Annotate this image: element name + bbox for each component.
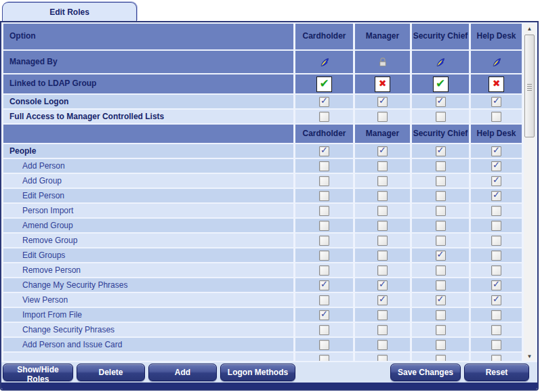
scroll-up-arrow[interactable]: ▲ — [524, 24, 535, 33]
ldap-status-box-security-chief[interactable]: ✔ — [433, 77, 449, 92]
quill-icon — [319, 57, 330, 68]
checkbox-change-security-phrases-manager[interactable] — [377, 325, 388, 335]
scroll-down-arrow[interactable]: ▼ — [524, 351, 535, 361]
checkbox-full-access-to-manager-controlled-lists-manager[interactable] — [377, 112, 388, 122]
checkbox-import-from-file-cardholder[interactable] — [319, 310, 329, 320]
checkbox-change-security-phrases-help-desk[interactable] — [491, 325, 501, 335]
checkbox-add-group-help-desk[interactable] — [491, 176, 501, 186]
check-cell — [471, 204, 522, 217]
checkbox-amend-group-cardholder[interactable] — [319, 221, 329, 231]
checkbox-add-person-and-issue-card-cardholder[interactable] — [319, 340, 329, 350]
delete-button[interactable]: Delete — [77, 364, 145, 381]
check-cell — [471, 95, 522, 108]
checkbox-change-my-security-phrases-cardholder[interactable] — [319, 280, 329, 290]
quill-icon — [435, 57, 446, 68]
checkbox-remove-person-manager[interactable] — [377, 265, 388, 276]
checkbox-change-my-security-phrases-manager[interactable] — [377, 280, 388, 290]
checkbox-add-person-help-desk[interactable] — [491, 161, 501, 171]
checkbox-person-import-security-chief[interactable] — [436, 206, 446, 216]
checkbox-remove-person-help-desk[interactable] — [491, 265, 501, 276]
checkbox-import-from-file-manager[interactable] — [377, 310, 388, 320]
checkbox-console-logon-manager[interactable] — [377, 97, 388, 107]
permission-row-add-group: Add Group — [3, 174, 525, 188]
checkbox-change-my-security-phrases-help-desk[interactable] — [491, 280, 501, 290]
checkbox-add-group-security-chief[interactable] — [436, 176, 446, 186]
permission-label-cell: View Person — [3, 293, 293, 307]
checkbox-amend-group-security-chief[interactable] — [436, 221, 446, 231]
checkbox-full-access-to-manager-controlled-lists-security-chief[interactable] — [436, 112, 446, 122]
checkbox-import-from-file-security-chief[interactable] — [436, 310, 446, 320]
checkbox-person-import-help-desk[interactable] — [491, 206, 501, 216]
checkbox-full-access-to-manager-controlled-lists-cardholder[interactable] — [319, 112, 329, 122]
checkbox-import-from-file-help-desk[interactable] — [491, 310, 501, 320]
checkbox-row-security-chief[interactable] — [436, 355, 446, 362]
check-cell — [355, 278, 410, 292]
show-hide-roles-button[interactable]: Show/Hide Roles — [3, 364, 73, 381]
managed-by-cell — [295, 51, 353, 73]
checkbox-console-logon-security-chief[interactable] — [436, 97, 446, 107]
checkbox-remove-group-manager[interactable] — [377, 236, 388, 246]
checkbox-add-person-and-issue-card-help-desk[interactable] — [491, 340, 501, 350]
checkbox-add-person-security-chief[interactable] — [436, 161, 446, 171]
ldap-status-box-cardholder[interactable]: ✔ — [316, 77, 332, 92]
checkbox-edit-groups-cardholder[interactable] — [319, 251, 329, 261]
checkbox-remove-person-security-chief[interactable] — [436, 265, 446, 276]
check-cell — [471, 323, 522, 336]
checkbox-change-my-security-phrases-security-chief[interactable] — [436, 280, 446, 290]
logon-methods-button[interactable]: Logon Methods — [220, 364, 295, 381]
check-cell — [471, 248, 522, 262]
checkbox-edit-person-cardholder[interactable] — [319, 191, 329, 201]
checkbox-people-manager[interactable] — [377, 146, 388, 156]
checkbox-edit-groups-security-chief[interactable] — [436, 251, 446, 261]
row-label: Amend Group — [9, 221, 73, 230]
checkbox-people-help-desk[interactable] — [491, 146, 501, 156]
checkbox-people-security-chief[interactable] — [436, 146, 446, 156]
tab-edit-roles[interactable]: Edit Roles — [2, 2, 137, 21]
checkbox-edit-groups-manager[interactable] — [377, 251, 388, 261]
checkbox-row-cardholder[interactable] — [319, 355, 329, 362]
checkbox-view-person-cardholder[interactable] — [319, 295, 329, 305]
checkbox-change-security-phrases-cardholder[interactable] — [319, 325, 329, 335]
checkbox-view-person-security-chief[interactable] — [436, 295, 446, 305]
checkbox-add-person-and-issue-card-security-chief[interactable] — [436, 340, 446, 350]
scrollbar-thumb[interactable] — [524, 35, 535, 137]
checkbox-row-manager[interactable] — [377, 355, 388, 362]
checkbox-console-logon-help-desk[interactable] — [491, 97, 501, 107]
ldap-status-box-help-desk[interactable]: ✖ — [489, 77, 504, 92]
checkbox-add-person-and-issue-card-manager[interactable] — [377, 340, 388, 350]
checkbox-remove-group-cardholder[interactable] — [319, 236, 329, 246]
checkbox-remove-group-help-desk[interactable] — [491, 236, 501, 246]
check-cell — [355, 174, 410, 188]
checkbox-view-person-manager[interactable] — [377, 295, 388, 305]
row-label: Remove Group — [9, 236, 77, 245]
checkbox-console-logon-cardholder[interactable] — [319, 97, 329, 107]
checkbox-view-person-help-desk[interactable] — [491, 295, 501, 305]
checkbox-edit-person-security-chief[interactable] — [436, 191, 446, 201]
vertical-scrollbar[interactable]: ▲ ▼ — [524, 24, 535, 361]
ldap-status-box-manager[interactable]: ✖ — [375, 77, 390, 92]
checkbox-add-person-manager[interactable] — [377, 161, 388, 171]
checkbox-people-cardholder[interactable] — [319, 146, 329, 156]
checkbox-amend-group-help-desk[interactable] — [491, 221, 501, 231]
check-cell — [295, 219, 353, 232]
save-changes-button[interactable]: Save Changes — [390, 364, 461, 381]
checkbox-edit-groups-help-desk[interactable] — [491, 251, 501, 261]
checkbox-remove-person-cardholder[interactable] — [319, 265, 329, 276]
checkbox-remove-group-security-chief[interactable] — [436, 236, 446, 246]
checkbox-person-import-manager[interactable] — [377, 206, 388, 216]
checkbox-edit-person-manager[interactable] — [377, 191, 388, 201]
check-cell — [355, 248, 410, 262]
row-label: Linked to LDAP Group — [9, 79, 96, 88]
checkbox-full-access-to-manager-controlled-lists-help-desk[interactable] — [491, 112, 501, 122]
checkbox-change-security-phrases-security-chief[interactable] — [436, 325, 446, 335]
checkbox-person-import-cardholder[interactable] — [319, 206, 329, 216]
add-button[interactable]: Add — [148, 364, 217, 381]
permission-row-import-from-file: Import From File — [3, 308, 525, 322]
checkbox-add-group-manager[interactable] — [377, 176, 388, 186]
checkbox-add-person-cardholder[interactable] — [319, 161, 329, 171]
checkbox-add-group-cardholder[interactable] — [319, 176, 329, 186]
checkbox-row-help-desk[interactable] — [491, 355, 501, 362]
reset-button[interactable]: Reset — [464, 364, 529, 381]
checkbox-amend-group-manager[interactable] — [377, 221, 388, 231]
checkbox-edit-person-help-desk[interactable] — [491, 191, 501, 201]
